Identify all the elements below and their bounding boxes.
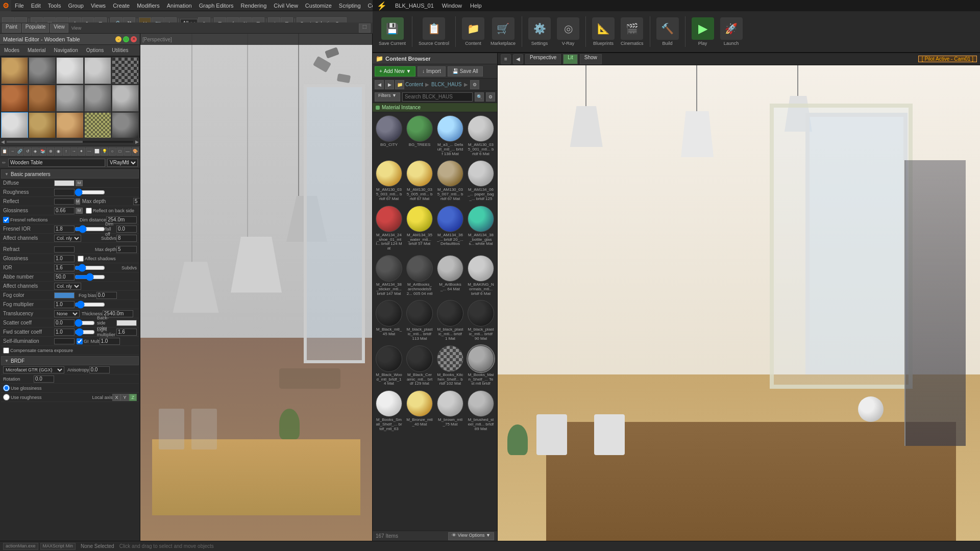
cb-item-m_am134_38[interactable]: M_AM134_38_bottle_glass... white Mat bbox=[467, 205, 495, 252]
menu-edit[interactable]: Edit bbox=[28, 0, 44, 11]
get-material-btn[interactable]: 📋 bbox=[1, 147, 8, 156]
cb-item-m_am134_24[interactable]: M_AM134_24_shoe_01_mtl... brtdf 124 Mat bbox=[375, 205, 403, 252]
ue-show-btn[interactable]: Show bbox=[580, 54, 602, 64]
translucency-select[interactable]: None bbox=[54, 310, 80, 317]
ue-vray-btn[interactable]: ◎ V-Ray bbox=[555, 16, 581, 47]
backlight-btn[interactable]: 💡 bbox=[101, 147, 108, 156]
cb-item-m_am130_003[interactable]: M_AM130_035_003_mtl... brtdf 67 Mat bbox=[375, 159, 403, 202]
cb-item-m_am130_007[interactable]: M_AM130_035_007_mtl... brtdf 67 Mat bbox=[436, 159, 464, 202]
axis-x-btn[interactable]: X bbox=[112, 394, 120, 401]
axis-y-btn[interactable]: Y bbox=[120, 394, 129, 401]
ue-source-control-btn[interactable]: 📋 Source Control bbox=[416, 16, 451, 47]
mat-sample-3[interactable] bbox=[56, 57, 83, 84]
scatter-slider[interactable] bbox=[75, 320, 95, 325]
maxscript-min[interactable]: MAXScript Min bbox=[40, 543, 76, 550]
fwd-scatter-slider[interactable] bbox=[75, 330, 95, 335]
reflect-m-btn[interactable]: M bbox=[76, 198, 80, 205]
show-safeframe-btn[interactable]: ⬚ bbox=[359, 23, 371, 33]
menu-customize[interactable]: Customize bbox=[302, 0, 335, 11]
ue-content-btn[interactable]: 📁 Content bbox=[460, 16, 486, 47]
cb-search-input[interactable] bbox=[402, 92, 473, 102]
cb-item-m_am134_06[interactable]: M_AM134_06_... paper_bag_... brtdf 125 bbox=[467, 159, 495, 202]
go-to-parent-btn[interactable]: ↑ bbox=[63, 147, 70, 156]
sample-type-sphere-btn[interactable]: ○ bbox=[109, 147, 116, 156]
diffuse-swatch[interactable] bbox=[54, 180, 75, 186]
ior-slider[interactable] bbox=[75, 265, 105, 270]
mat-tab-utilities[interactable]: Utilities bbox=[108, 45, 132, 56]
put-to-scene-btn[interactable]: → bbox=[9, 147, 16, 156]
ior-input[interactable] bbox=[54, 264, 75, 271]
ue-vp-back-icon[interactable]: ◀ bbox=[513, 54, 523, 64]
assign-material-btn[interactable]: 🔗 bbox=[16, 147, 23, 156]
cb-item-m_brown[interactable]: M_brown_mtl_75 Mat bbox=[436, 389, 464, 432]
populate-btn[interactable]: Populate bbox=[22, 23, 49, 33]
reflect-back-check[interactable] bbox=[86, 208, 92, 214]
cb-item-m_black_plastic1[interactable]: M_black_plastic_mtl... brtdf 1 Mat bbox=[436, 299, 464, 342]
mat-tab-navigation[interactable]: Navigation bbox=[50, 45, 82, 56]
ue-marketplace-btn[interactable]: 🛒 Marketplace bbox=[488, 16, 518, 47]
fresnel-ior-input[interactable] bbox=[54, 226, 75, 233]
fog-multiplier-slider[interactable] bbox=[75, 302, 105, 307]
fog-color-swatch[interactable] bbox=[54, 292, 75, 298]
fresnel-check[interactable] bbox=[3, 217, 9, 223]
cb-search-btn[interactable]: 🔍 bbox=[475, 92, 484, 102]
menu-tools[interactable]: Tools bbox=[44, 0, 65, 11]
cb-item-m_books_kitchen[interactable]: M_Books_Kitchen_Shelf... brtdf 102 Mat bbox=[436, 344, 464, 387]
scatter-input[interactable] bbox=[54, 319, 75, 327]
ue-settings-btn[interactable]: ⚙️ Settings bbox=[526, 16, 553, 47]
ue-cinematics-btn[interactable]: 🎬 Cinematics bbox=[619, 16, 646, 47]
menu-modifiers[interactable]: Modifiers bbox=[133, 0, 163, 11]
navigate-forward-btn[interactable]: → bbox=[70, 147, 78, 156]
refract-channels-select[interactable]: Col. nly bbox=[54, 283, 81, 290]
dim-falloff-input[interactable] bbox=[116, 226, 137, 233]
mat-sample-1[interactable] bbox=[1, 57, 28, 84]
ue-launch-btn[interactable]: 🚀 Launch bbox=[718, 16, 745, 47]
compensate-check[interactable] bbox=[3, 347, 9, 354]
sample-scroll-right[interactable]: ▶ bbox=[135, 139, 139, 144]
axis-z-btn[interactable]: Z bbox=[129, 394, 137, 401]
basic-params-title[interactable]: Basic parameters bbox=[1, 169, 139, 179]
pick-material-btn[interactable]: ✦ bbox=[78, 147, 85, 156]
self-illum-swatch[interactable] bbox=[54, 338, 75, 344]
menu-animation[interactable]: Animation bbox=[163, 0, 195, 11]
brdf-title[interactable]: BRDF bbox=[1, 356, 139, 365]
mat-sample-14[interactable] bbox=[84, 112, 111, 138]
mult-input[interactable] bbox=[100, 338, 120, 345]
glossiness-input[interactable] bbox=[54, 207, 75, 214]
mat-sample-13[interactable] bbox=[56, 112, 83, 138]
mat-tab-options[interactable]: Options bbox=[82, 45, 108, 56]
view-btn[interactable]: View bbox=[50, 23, 68, 33]
mat-editor-close-btn[interactable]: ✕ bbox=[131, 36, 137, 42]
cb-import-btn[interactable]: ↓ Import bbox=[418, 66, 445, 77]
cb-item-m_artbooks[interactable]: M_ArtBooks_... 64 Mat bbox=[436, 254, 464, 297]
fog-bias-input[interactable] bbox=[96, 292, 117, 299]
cb-item-m_books_main[interactable]: M_Books_Main_Shelf_... Test mtl brtdf bbox=[467, 344, 495, 387]
mat-sample-8[interactable] bbox=[56, 85, 83, 112]
cb-settings-btn[interactable]: ⚙ bbox=[486, 92, 495, 102]
cb-item-m_a3[interactable]: M_a3_... Default_mtl_... brtdf 138 Mat bbox=[436, 114, 464, 157]
use-glossiness-radio[interactable] bbox=[3, 385, 10, 391]
back-side-swatch[interactable] bbox=[116, 320, 137, 326]
mat-name-input[interactable] bbox=[8, 159, 105, 167]
menu-group[interactable]: Group bbox=[64, 0, 87, 11]
fwd-scatter-input[interactable] bbox=[54, 329, 75, 336]
abbe-input[interactable] bbox=[54, 273, 75, 281]
cb-item-m_brushed_steel[interactable]: M_brushed_steel_mtl... brtdf 89 Mat bbox=[467, 389, 495, 432]
ue-lit-btn[interactable]: Lit bbox=[563, 54, 578, 64]
ue-menu-window[interactable]: Window bbox=[438, 0, 466, 11]
subdvs-input[interactable] bbox=[116, 235, 137, 242]
ue-build-btn[interactable]: 🔨 Build bbox=[654, 16, 681, 47]
cb-item-m_black_45[interactable]: M_Black_mtl_45 Mat bbox=[375, 299, 403, 342]
ue-3d-scene[interactable] bbox=[498, 65, 980, 541]
cb-add-new-btn[interactable]: + Add New ▼ bbox=[375, 66, 415, 77]
mat-sample-11[interactable] bbox=[1, 112, 28, 138]
anisotropy-input[interactable] bbox=[89, 366, 110, 373]
reset-map-btn[interactable]: ↺ bbox=[24, 147, 31, 156]
mat-sample-10[interactable] bbox=[112, 85, 139, 112]
menu-file[interactable]: File bbox=[11, 0, 28, 11]
cb-item-m_baking[interactable]: M_BAKING_Normals_mtl... brtdf 6 Mat bbox=[467, 254, 495, 297]
gi-check[interactable] bbox=[77, 338, 83, 344]
mat-sample-4[interactable] bbox=[84, 57, 111, 84]
glossiness-m-btn[interactable]: M bbox=[76, 208, 83, 214]
rotation-input[interactable] bbox=[34, 375, 54, 383]
